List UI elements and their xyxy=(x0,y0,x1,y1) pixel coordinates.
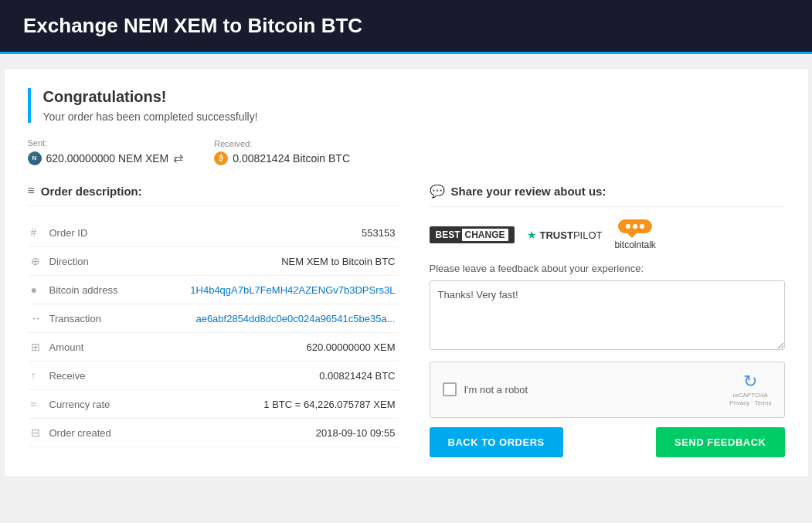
sent-block: Sent: N 620.00000000 NEM XEM ⇄ xyxy=(28,138,184,165)
bubble-dot-3 xyxy=(640,224,644,229)
row-label: Receive xyxy=(46,362,147,390)
row-value[interactable]: ae6abf2854dd8dc0e0c024a96541c5be35a... xyxy=(147,304,399,333)
order-desc-title: ≡ Order description: xyxy=(28,184,399,206)
trustpilot-logo[interactable]: ★ TRUSTPILOT xyxy=(527,229,603,241)
review-label: Share your review about us: xyxy=(451,185,606,198)
row-label: Direction xyxy=(46,247,147,276)
row-value: 2018-09-10 09:55 xyxy=(147,419,399,447)
row-value: 1 BTC = 64,226.075787 XEM xyxy=(147,390,399,419)
page-header: Exchange NEM XEM to Bitcoin BTC xyxy=(0,0,812,54)
row-icon: ↑ xyxy=(28,362,46,390)
row-value: 553153 xyxy=(147,219,399,247)
row-label: Order created xyxy=(46,419,147,447)
recaptcha-icon: ↻ xyxy=(729,372,772,392)
exchange-arrows-icon: ⇄ xyxy=(173,151,183,165)
table-row: ⊟Order created2018-09-10 09:55 xyxy=(28,419,399,447)
captcha-right: ↻ reCAPTCHAPrivacy · Terms xyxy=(729,372,772,408)
bitcointalk-logo[interactable]: bitcointalk xyxy=(614,219,655,250)
row-icon: ⊕ xyxy=(28,247,46,276)
row-icon: ⊟ xyxy=(28,419,46,447)
row-value: 0.00821424 BTC xyxy=(147,362,399,390)
action-buttons: BACK TO ORDERS SEND FEEDBACK xyxy=(430,427,785,457)
review-title: 💬 Share your review about us: xyxy=(430,184,785,207)
chat-icon: 💬 xyxy=(430,184,445,199)
trustpilot-label: TRUSTPILOT xyxy=(540,229,603,241)
bitcointalk-bubble xyxy=(618,219,652,233)
sent-amount: 620.00000000 NEM XEM xyxy=(46,152,169,165)
received-block: Received: ₿ 0.00821424 Bitcoin BTC xyxy=(214,139,350,165)
list-icon: ≡ xyxy=(28,184,35,198)
back-to-orders-button[interactable]: BACK TO ORDERS xyxy=(430,427,563,457)
bitcointalk-text: bitcointalk xyxy=(614,239,655,250)
congrats-section: Congratulations! Your order has been com… xyxy=(28,88,785,123)
two-col-layout: ≡ Order description: #Order ID553153⊕Dir… xyxy=(28,184,785,457)
trustpilot-star-icon: ★ xyxy=(527,229,537,241)
table-row: ≈Currency rate1 BTC = 64,226.075787 XEM xyxy=(28,390,399,419)
table-row: ↔Transactionae6abf2854dd8dc0e0c024a96541… xyxy=(28,304,399,333)
row-label: Bitcoin address xyxy=(46,276,147,304)
captcha-checkbox[interactable] xyxy=(443,382,457,396)
congrats-title: Congratulations! xyxy=(43,88,785,106)
recaptcha-text: reCAPTCHAPrivacy · Terms xyxy=(729,392,772,408)
bestchange-logo[interactable]: BESTCHANGE xyxy=(430,226,515,243)
row-label: Transaction xyxy=(46,304,147,333)
received-value: ₿ 0.00821424 Bitcoin BTC xyxy=(214,151,350,165)
row-label: Amount xyxy=(46,333,147,362)
row-value: NEM XEM to Bitcoin BTC xyxy=(147,247,399,276)
captcha-left: I'm not a robot xyxy=(443,382,528,396)
row-value: 620.00000000 XEM xyxy=(147,333,399,362)
received-label: Received: xyxy=(214,139,350,148)
row-icon: ≈ xyxy=(28,390,46,419)
page-title: Exchange NEM XEM to Bitcoin BTC xyxy=(23,14,362,37)
congrats-subtitle: Your order has been completed successful… xyxy=(43,110,785,123)
row-label: Currency rate xyxy=(46,390,147,419)
received-amount: 0.00821424 Bitcoin BTC xyxy=(233,152,350,165)
row-icon: ● xyxy=(28,276,46,304)
captcha-label: I'm not a robot xyxy=(464,384,528,396)
main-container: Congratulations! Your order has been com… xyxy=(5,70,808,476)
table-row: ↑Receive0.00821424 BTC xyxy=(28,362,399,390)
table-row: ●Bitcoin address1H4b4qgA7bL7FeMH42AZENGv… xyxy=(28,276,399,304)
row-icon: ⊞ xyxy=(28,333,46,362)
table-row: ⊕DirectionNEM XEM to Bitcoin BTC xyxy=(28,247,399,276)
feedback-label: Please leave a feedback about your exper… xyxy=(430,263,785,274)
send-feedback-button[interactable]: SEND FEEDBACK xyxy=(656,427,784,457)
nem-icon: N xyxy=(28,151,42,165)
bubble-dot-1 xyxy=(626,224,630,229)
captcha-box: I'm not a robot ↻ reCAPTCHAPrivacy · Ter… xyxy=(430,362,785,418)
table-row: ⊞Amount620.00000000 XEM xyxy=(28,333,399,362)
sent-label: Sent: xyxy=(28,138,184,148)
btc-icon: ₿ xyxy=(214,151,228,165)
order-table: #Order ID553153⊕DirectionNEM XEM to Bitc… xyxy=(28,219,399,447)
row-label: Order ID xyxy=(46,219,147,247)
sent-received-row: Sent: N 620.00000000 NEM XEM ⇄ Received:… xyxy=(28,138,785,165)
feedback-textarea[interactable]: Thanks! Very fast! xyxy=(430,280,785,350)
review-logos: BESTCHANGE ★ TRUSTPILOT bitcointalk xyxy=(430,219,785,250)
bubble-dots xyxy=(626,224,644,229)
table-row: #Order ID553153 xyxy=(28,219,399,247)
right-column: 💬 Share your review about us: BESTCHANGE… xyxy=(430,184,785,457)
sent-value: N 620.00000000 NEM XEM ⇄ xyxy=(28,151,184,165)
row-icon: ↔ xyxy=(28,304,46,333)
left-column: ≡ Order description: #Order ID553153⊕Dir… xyxy=(28,184,399,457)
row-icon: # xyxy=(28,219,46,247)
bubble-dot-2 xyxy=(633,224,637,229)
row-value[interactable]: 1H4b4qgA7bL7FeMH42AZENGv7b3DPSrs3L xyxy=(147,276,399,304)
order-desc-label: Order description: xyxy=(41,185,142,198)
